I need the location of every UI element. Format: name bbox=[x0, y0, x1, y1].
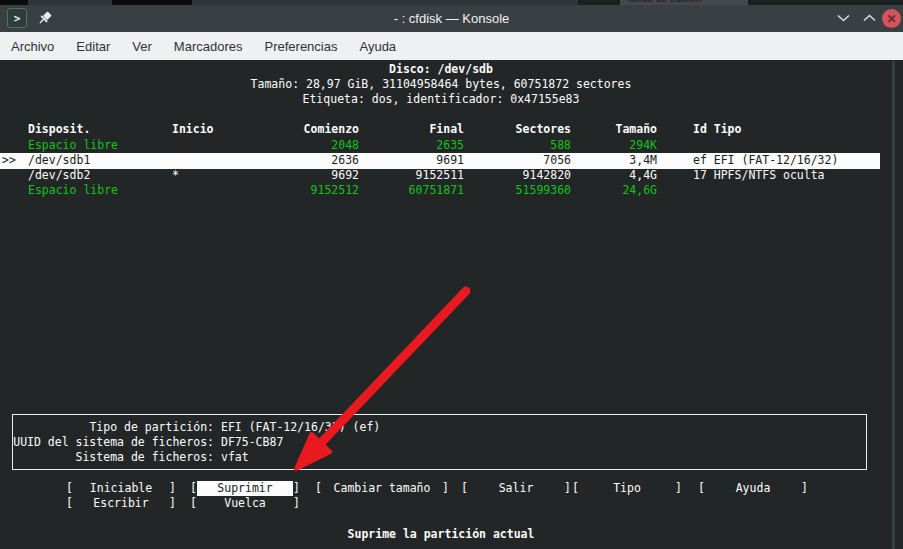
menu-ver[interactable]: Ver bbox=[121, 32, 163, 60]
filesystem-type-row: Sistema de ficheros: vfat bbox=[13, 450, 866, 465]
header-boot: Inicio bbox=[172, 122, 214, 137]
bracket: [ bbox=[315, 481, 322, 496]
menu-archivo[interactable]: Archivo bbox=[0, 32, 65, 60]
bracket: [ bbox=[190, 496, 197, 511]
button-label: Iniciable bbox=[73, 481, 169, 496]
bracket: ] bbox=[564, 481, 571, 496]
pin-icon[interactable] bbox=[37, 10, 53, 26]
menu-editar[interactable]: Editar bbox=[65, 32, 121, 60]
minimize-button[interactable] bbox=[834, 9, 852, 27]
cell-size: 3,4M bbox=[547, 153, 657, 168]
background-tab-text: Modo de edición bbox=[628, 0, 701, 4]
table-row-free-space[interactable]: Espacio libre 9152512 60751871 51599360 … bbox=[0, 183, 903, 199]
cell-end: 60751871 bbox=[354, 183, 464, 198]
button-iniciable[interactable]: [ Iniciable ] bbox=[66, 481, 176, 496]
menu-preferencias[interactable]: Preferencias bbox=[253, 32, 348, 60]
cell-start: 9152512 bbox=[249, 183, 359, 198]
button-suprimir-selected[interactable]: [ Suprimir ] bbox=[190, 481, 300, 496]
menu-ayuda[interactable]: Ayuda bbox=[348, 32, 407, 60]
cell-size: 4,4G bbox=[547, 168, 657, 183]
table-row-sdb1-selected[interactable]: >> /dev/sdb1 2636 9691 7056 3,4M ef EFI … bbox=[0, 153, 880, 169]
cell-end: 9152511 bbox=[354, 168, 464, 183]
cell-device: /dev/sdb2 bbox=[28, 168, 90, 183]
info-label: Tipo de partición: bbox=[13, 420, 214, 435]
button-label: Suprimir bbox=[197, 481, 293, 496]
terminal-screen: Disco: /dev/sdb Tamaño: 28,97 GiB, 31104… bbox=[0, 60, 903, 549]
bracket: [ bbox=[698, 481, 705, 496]
info-value: vfat bbox=[221, 450, 249, 465]
button-vuelca[interactable]: [ Vuelca ] bbox=[190, 496, 300, 511]
status-line: Suprime la partición actual bbox=[0, 527, 882, 543]
cell-start: 2048 bbox=[249, 138, 359, 153]
button-escribir[interactable]: [ Escribir ] bbox=[66, 496, 176, 511]
header-device: Disposit. bbox=[28, 122, 90, 137]
cell-id-type: ef EFI (FAT-12/16/32) bbox=[693, 153, 838, 168]
bracket: ] bbox=[293, 496, 300, 511]
bracket: ] bbox=[169, 481, 176, 496]
titlebar: > - : cfdisk — Konsole ✕ bbox=[0, 5, 903, 32]
button-label: Vuelca bbox=[197, 496, 293, 511]
header-end: Final bbox=[354, 122, 464, 137]
window-title: - : cfdisk — Konsole bbox=[0, 11, 903, 26]
cell-end: 2635 bbox=[354, 138, 464, 153]
cell-end: 9691 bbox=[354, 153, 464, 168]
cell-size: 24,6G bbox=[547, 183, 657, 198]
bracket: [ bbox=[190, 481, 197, 496]
button-label: Cambiar tamaño bbox=[322, 481, 442, 496]
partition-info-box: Tipo de partición: EFI (FAT-12/16/32) (e… bbox=[12, 414, 867, 470]
info-value: DF75-CB87 bbox=[221, 435, 283, 450]
disk-title: Disco: /dev/sdb bbox=[0, 62, 882, 78]
disk-label-line: Etiqueta: dos, identificador: 0x47155e83 bbox=[0, 92, 882, 108]
button-tipo[interactable]: [ Tipo ] bbox=[572, 481, 682, 496]
filesystem-uuid-row: UUID del sistema de ficheros: DF75-CB87 bbox=[13, 435, 866, 450]
bracket: [ bbox=[572, 481, 579, 496]
menu-marcadores[interactable]: Marcadores bbox=[163, 32, 254, 60]
bracket: [ bbox=[66, 481, 73, 496]
bracket: ] bbox=[801, 481, 808, 496]
scrollbar[interactable] bbox=[892, 61, 895, 549]
konsole-window: Modo de edición > - : cfdisk — Konsole ✕… bbox=[0, 0, 903, 549]
bracket: [ bbox=[461, 481, 468, 496]
table-header-row: Disposit. Inicio Comienzo Final Sectores… bbox=[0, 122, 903, 138]
table-row-sdb2[interactable]: /dev/sdb2 * 9692 9152511 9142820 4,4G 17… bbox=[0, 168, 903, 184]
bracket: ] bbox=[675, 481, 682, 496]
button-label: Salir bbox=[468, 481, 564, 496]
selection-marker: >> bbox=[2, 153, 16, 168]
cell-device: Espacio libre bbox=[28, 138, 118, 153]
header-size: Tamaño bbox=[547, 122, 657, 137]
menubar: Archivo Editar Ver Marcadores Preferenci… bbox=[0, 32, 903, 60]
cell-id-type: 17 HPFS/NTFS oculta bbox=[693, 168, 825, 183]
disk-size-line: Tamaño: 28,97 GiB, 31104958464 bytes, 60… bbox=[0, 77, 882, 93]
info-value: EFI (FAT-12/16/32) (ef) bbox=[221, 420, 380, 435]
header-start: Comienzo bbox=[249, 122, 359, 137]
maximize-button[interactable] bbox=[860, 9, 878, 27]
cell-device: Espacio libre bbox=[28, 183, 118, 198]
button-label: Escribir bbox=[73, 496, 169, 511]
button-label: Ayuda bbox=[705, 481, 801, 496]
button-ayuda[interactable]: [ Ayuda ] bbox=[698, 481, 808, 496]
cell-device: /dev/sdb1 bbox=[28, 153, 90, 168]
cell-start: 2636 bbox=[249, 153, 359, 168]
cell-size: 294K bbox=[547, 138, 657, 153]
info-label: Sistema de ficheros: bbox=[13, 450, 214, 465]
table-row-free-space[interactable]: Espacio libre 2048 2635 588 294K bbox=[0, 138, 903, 154]
button-cambiar-tamano[interactable]: [ Cambiar tamaño ] bbox=[315, 481, 449, 496]
info-label: UUID del sistema de ficheros: bbox=[13, 435, 214, 450]
button-salir[interactable]: [ Salir ] bbox=[461, 481, 571, 496]
bracket: ] bbox=[293, 481, 300, 496]
header-id-type: Id Tipo bbox=[693, 122, 741, 137]
button-label: Tipo bbox=[579, 481, 675, 496]
partition-type-row: Tipo de partición: EFI (FAT-12/16/32) (e… bbox=[13, 420, 866, 435]
bracket: ] bbox=[169, 496, 176, 511]
bracket: [ bbox=[66, 496, 73, 511]
konsole-icon: > bbox=[7, 8, 27, 28]
cell-boot-flag: * bbox=[172, 168, 179, 183]
cell-start: 9692 bbox=[249, 168, 359, 183]
bracket: ] bbox=[442, 481, 449, 496]
close-icon[interactable]: ✕ bbox=[882, 9, 901, 28]
